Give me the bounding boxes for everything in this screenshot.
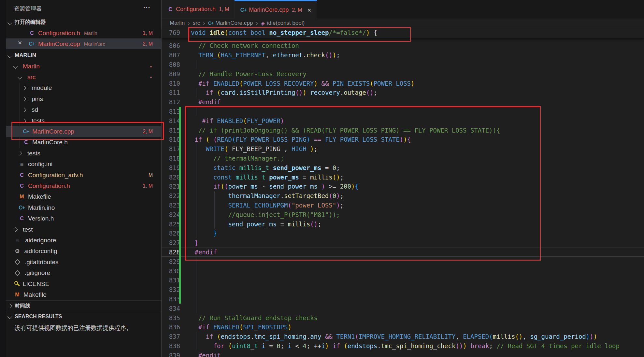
code-line-830[interactable]: 830: [162, 266, 644, 276]
tree-item-config-ini[interactable]: ≡config.ini: [6, 159, 161, 170]
code-line-807[interactable]: 807 TERN_(HAS_ETHERNET, ethernet.check()…: [162, 50, 644, 60]
line-number[interactable]: 838: [162, 342, 180, 350]
line-number[interactable]: 821: [162, 183, 180, 190]
line-number[interactable]: 810: [162, 80, 180, 87]
code-line-810[interactable]: 810 #if ENABLED(POWER_LOSS_RECOVERY) && …: [162, 79, 644, 88]
code-line-838[interactable]: 838 for (uint8_t i = 0; i < 4; ++i) if (…: [162, 341, 644, 351]
more-actions-icon[interactable]: ⋯: [143, 3, 151, 12]
line-number[interactable]: 830: [162, 267, 180, 275]
line-number[interactable]: 819: [162, 164, 180, 171]
code-region[interactable]: 806 // Check network connection807 TERN_…: [162, 41, 644, 357]
tree-item-marlin[interactable]: Marlin●: [6, 61, 161, 72]
code-line-817[interactable]: 817 WRITE( FLY_BEEP_PING , HIGH );: [162, 144, 644, 154]
line-number[interactable]: 828: [162, 249, 180, 256]
line-number[interactable]: 835: [162, 314, 180, 321]
tab-configuration-h[interactable]: CConfiguration.h1, M: [162, 0, 235, 19]
code-line-836[interactable]: 836 #if ENABLED(SPI_ENDSTOPS): [162, 322, 644, 332]
open-editor-item[interactable]: CConfiguration.hMarlin1, M: [6, 28, 161, 38]
tree-item--gitignore[interactable]: .gitignore: [6, 267, 161, 278]
code-line-831[interactable]: 831: [162, 276, 644, 285]
tree-item-makefile[interactable]: MMakefile: [6, 192, 161, 202]
line-number[interactable]: 825: [162, 221, 180, 228]
code-line-811[interactable]: 811 if (card.isStillPrinting()) recovery…: [162, 88, 644, 97]
code-line-825[interactable]: 825 send_power_ms = millis();: [162, 219, 644, 229]
tree-item-pins[interactable]: pins: [6, 93, 161, 104]
line-number[interactable]: 808: [162, 61, 180, 68]
line-number[interactable]: 832: [162, 286, 180, 293]
open-editors-header[interactable]: 打开的编辑器: [6, 17, 161, 28]
code-line-826[interactable]: 826 }: [162, 229, 644, 238]
code-line-828[interactable]: 828 #endif: [162, 248, 644, 257]
code-line-837[interactable]: 837 if (endstops.tmc_spi_homing.any && T…: [162, 332, 644, 341]
code-line-809[interactable]: 809 // Handle Power-Loss Recovery: [162, 69, 644, 79]
code-line-816[interactable]: 816 if ( (READ(FLY_POWER_LOSS_PING) == F…: [162, 135, 644, 144]
code-line-833[interactable]: 833: [162, 294, 644, 304]
code-line-815[interactable]: 815 // if (printJobOngoing() && (READ(FL…: [162, 125, 644, 135]
code-line-835[interactable]: 835 // Run StallGuard endstop checks: [162, 313, 644, 322]
code-line-812[interactable]: 812 #endif: [162, 97, 644, 107]
code-line-832[interactable]: 832: [162, 285, 644, 294]
code-line-834[interactable]: 834: [162, 304, 644, 313]
tree-item-tests[interactable]: tests: [6, 148, 161, 159]
code-line-808[interactable]: 808: [162, 60, 644, 69]
tree-item--gitattributes[interactable]: .gitattributes: [6, 257, 161, 267]
sticky-scroll-line[interactable]: 769void idle(const bool no_stepper_sleep…: [162, 27, 644, 38]
line-number[interactable]: 833: [162, 295, 180, 303]
code-line-818[interactable]: 818 // thermalManager.;: [162, 154, 644, 163]
code-line-819[interactable]: 819 static millis_t send_power_ms = 0;: [162, 163, 644, 172]
tree-item-marlincore-h[interactable]: CMarlinCore.h: [6, 137, 161, 148]
tree-item--editorconfig[interactable]: ⚙.editorconfig: [6, 246, 161, 257]
timeline-header[interactable]: 时间线: [6, 300, 161, 311]
code-line-806[interactable]: 806 // Check network connection: [162, 41, 644, 50]
line-number[interactable]: 811: [162, 89, 180, 96]
line-number[interactable]: 814: [162, 117, 180, 124]
code-line-829[interactable]: 829: [162, 257, 644, 266]
line-number[interactable]: 836: [162, 323, 180, 331]
line-number[interactable]: 816: [162, 136, 180, 143]
line-number[interactable]: 807: [162, 51, 180, 59]
code-line-839[interactable]: 839 #endif: [162, 350, 644, 357]
tree-item-test[interactable]: test: [6, 224, 161, 235]
line-number[interactable]: 826: [162, 230, 180, 237]
line-number[interactable]: 839: [162, 352, 180, 357]
close-icon[interactable]: ×: [18, 39, 22, 47]
line-number[interactable]: 824: [162, 211, 180, 218]
tab-marlincore-cpp[interactable]: C+MarlinCore.cpp2, M×: [235, 0, 317, 19]
line-number[interactable]: 831: [162, 277, 180, 284]
code-line-822[interactable]: 822 thermalManager.setTargetBed(0);: [162, 191, 644, 201]
tree-item-configuration-adv-h[interactable]: CConfiguration_adv.hM: [6, 170, 161, 180]
code-line-813[interactable]: 813: [162, 107, 644, 116]
breadcrumb-item[interactable]: Marlin: [170, 20, 185, 26]
line-number[interactable]: 812: [162, 98, 180, 106]
tree-item--aiderignore[interactable]: ≡.aiderignore: [6, 235, 161, 246]
tree-item-tests[interactable]: tests: [6, 115, 161, 126]
tree-item-src[interactable]: src●: [6, 72, 161, 82]
code-line-827[interactable]: 827 }: [162, 238, 644, 248]
tree-item-sd[interactable]: sd: [6, 105, 161, 115]
line-number[interactable]: 817: [162, 145, 180, 152]
tree-item-marlin-ino[interactable]: C+Marlin.ino: [6, 202, 161, 213]
line-number[interactable]: 837: [162, 333, 180, 340]
line-number[interactable]: 823: [162, 202, 180, 209]
line-number[interactable]: 806: [162, 42, 180, 49]
code-line-821[interactable]: 821 if((power_ms - send_power_ms ) >= 20…: [162, 182, 644, 191]
tree-item-license[interactable]: LICENSE: [6, 278, 161, 289]
line-number[interactable]: 822: [162, 192, 180, 199]
tree-item-marlincore-cpp[interactable]: C+MarlinCore.cpp2, M: [6, 126, 161, 137]
open-editor-item[interactable]: ×C+MarlinCore.cppMarlin\src2, M: [6, 38, 161, 49]
breadcrumb-item[interactable]: ◈idle(const bool): [261, 20, 305, 26]
code-line-823[interactable]: 823 SERIAL_ECHOLNPGM("power_LOSS");: [162, 201, 644, 210]
tree-item-makefile[interactable]: MMakefile: [6, 289, 161, 300]
search-results-header[interactable]: SEARCH RESULTS: [6, 311, 161, 322]
breadcrumb-item[interactable]: src: [193, 20, 200, 26]
line-number[interactable]: 829: [162, 258, 180, 265]
line-number[interactable]: 813: [162, 108, 180, 115]
workspace-root-header[interactable]: MARLIN: [6, 50, 161, 61]
line-number[interactable]: 820: [162, 174, 180, 181]
tree-item-version-h[interactable]: CVersion.h: [6, 213, 161, 224]
code-line-814[interactable]: 814 #if ENABLED(FLY_POWER): [162, 116, 644, 125]
tree-item-module[interactable]: module: [6, 83, 161, 93]
line-number[interactable]: 834: [162, 305, 180, 312]
line-number[interactable]: 769: [162, 29, 180, 36]
line-number[interactable]: 809: [162, 70, 180, 78]
